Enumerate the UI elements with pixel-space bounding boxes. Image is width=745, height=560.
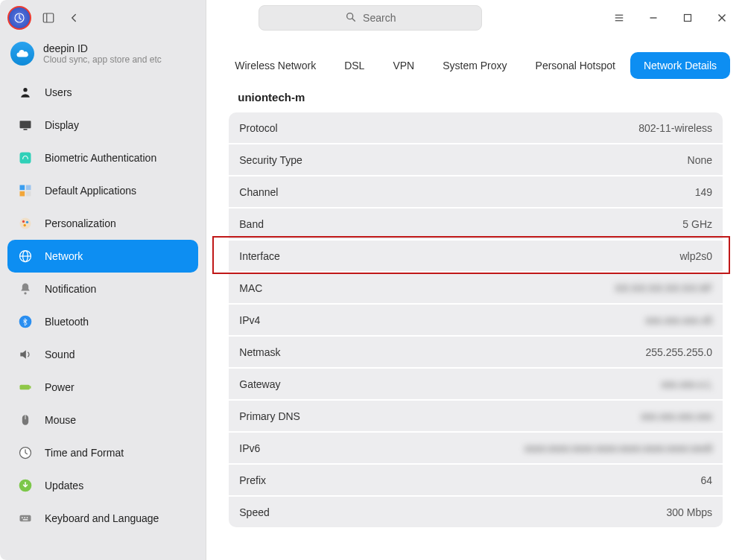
fingerprint-icon: [16, 149, 34, 167]
sidebar-item-label: Biometric Authentication: [45, 152, 156, 164]
tab-label: Wireless Network: [235, 60, 316, 71]
tab-network-details[interactable]: Network Details: [630, 52, 730, 79]
mouse-icon: [16, 411, 34, 429]
section-title: uniontech-m: [229, 89, 723, 112]
detail-label: Channel: [239, 186, 278, 198]
detail-value: xxxx:xxxx:xxxx:xxxx:xxxx:xxxx:xxxx:xxx9: [524, 442, 712, 454]
svg-rect-30: [23, 519, 28, 520]
detail-row: Gatewayxxx.xxx.x.L: [229, 369, 723, 399]
sidebar-item-keyboard[interactable]: Keyboard and Language: [7, 502, 198, 535]
back-icon[interactable]: [66, 10, 82, 26]
main-panel: Search Wireless Network DSL VPN System P…: [206, 0, 745, 560]
sidebar-item-time[interactable]: Time and Format: [7, 436, 198, 469]
account-row[interactable]: deepin ID Cloud sync, app store and etc: [0, 36, 206, 71]
maximize-button[interactable]: [675, 5, 700, 31]
svg-rect-4: [20, 121, 31, 128]
sidebar-item-label: Personalization: [45, 217, 116, 229]
svg-point-13: [26, 221, 28, 223]
svg-rect-7: [20, 185, 25, 191]
sidebar-item-personalization[interactable]: Personalization: [7, 207, 198, 240]
tab-dsl[interactable]: DSL: [331, 52, 378, 79]
tab-label: DSL: [344, 60, 364, 71]
svg-point-3: [23, 88, 27, 92]
sidebar-item-label: Power: [45, 381, 74, 393]
speaker-icon: [16, 346, 34, 363]
sidebar-item-notification[interactable]: Notification: [7, 273, 198, 305]
network-icon: [16, 247, 34, 265]
sidebar-item-default-apps[interactable]: Default Applications: [7, 174, 198, 207]
sidebar-item-label: Default Applications: [45, 185, 136, 197]
sidebar-item-label: Display: [45, 119, 79, 131]
search-placeholder: Search: [363, 12, 396, 24]
tab-system-proxy[interactable]: System Proxy: [429, 52, 520, 79]
tab-wireless[interactable]: Wireless Network: [221, 52, 329, 79]
svg-rect-5: [24, 129, 28, 130]
bell-icon: [16, 280, 34, 298]
sidebar-item-updates[interactable]: Updates: [7, 469, 198, 502]
user-icon: [16, 83, 34, 101]
clock-icon: [16, 444, 34, 462]
minimize-button[interactable]: [641, 5, 666, 31]
sidebar-item-label: Updates: [45, 480, 83, 491]
menu-button[interactable]: [606, 5, 632, 31]
detail-label: Protocol: [239, 122, 277, 134]
detail-row: Channel149: [229, 176, 723, 207]
apps-icon: [16, 182, 34, 200]
sidebar-item-users[interactable]: Users: [7, 76, 198, 109]
sidebar-item-bluetooth[interactable]: Bluetooth: [7, 305, 198, 338]
svg-point-28: [24, 517, 25, 518]
svg-point-11: [20, 218, 31, 229]
sidebar-item-mouse[interactable]: Mouse: [7, 404, 198, 436]
detail-row: Interfacewlp2s0: [229, 241, 723, 271]
maximize-icon: [681, 11, 694, 25]
nav-list: Users Display Biometric Authentication D…: [0, 71, 206, 560]
tab-label: Network Details: [644, 60, 717, 71]
sidebar-item-network[interactable]: Network: [7, 240, 198, 273]
svg-rect-10: [26, 191, 31, 197]
detail-value: xxx.xxx.xxx.x5: [646, 314, 712, 326]
tab-label: System Proxy: [443, 60, 507, 71]
detail-value: xxx.xxx.x.L: [662, 378, 712, 390]
detail-row: Primary DNSxxx.xxx.xxx.xxx: [229, 401, 723, 431]
sidebar-item-power[interactable]: Power: [7, 371, 198, 404]
paint-icon: [16, 214, 34, 232]
search-input[interactable]: Search: [259, 5, 482, 31]
detail-label: Prefix: [239, 474, 266, 486]
tab-personal-hotspot[interactable]: Personal Hotspot: [522, 52, 629, 79]
app-logo-icon: [7, 6, 31, 30]
detail-label: Security Type: [239, 154, 302, 166]
detail-label: Gateway: [239, 378, 280, 390]
detail-row: IPv6xxxx:xxxx:xxxx:xxxx:xxxx:xxxx:xxxx:x…: [229, 433, 723, 463]
detail-rows: Protocol802-11-wirelessSecurity TypeNone…: [229, 112, 723, 527]
detail-value: 300 Mbps: [667, 506, 712, 518]
svg-rect-26: [20, 515, 31, 521]
svg-point-27: [22, 517, 23, 518]
svg-rect-6: [20, 153, 31, 164]
svg-rect-8: [26, 185, 31, 191]
sidebar-item-biometric[interactable]: Biometric Authentication: [7, 141, 198, 174]
search-icon: [345, 11, 357, 25]
svg-rect-9: [20, 191, 25, 197]
sidebar-item-label: Keyboard and Language: [45, 512, 159, 524]
svg-rect-20: [20, 385, 30, 390]
minimize-icon: [647, 11, 660, 25]
sidebar-toggle-icon[interactable]: [40, 10, 57, 26]
content: uniontech-m Protocol802-11-wirelessSecur…: [206, 79, 745, 560]
detail-row: Prefix64: [229, 465, 723, 495]
detail-row: MACXX:XX:XX:XX:XX:XF: [229, 273, 723, 303]
sidebar-item-sound[interactable]: Sound: [7, 338, 198, 371]
svg-rect-37: [685, 15, 691, 22]
account-text: deepin ID Cloud sync, app store and etc: [43, 42, 162, 65]
tab-vpn[interactable]: VPN: [379, 52, 428, 79]
sidebar-item-label: Notification: [45, 283, 96, 295]
detail-label: Speed: [239, 506, 269, 518]
detail-value: 5 GHz: [682, 218, 712, 230]
sidebar-item-label: Mouse: [45, 414, 76, 426]
sidebar-item-label: Time and Format: [45, 447, 124, 459]
detail-label: Band: [239, 218, 264, 230]
close-button[interactable]: [709, 5, 735, 31]
svg-point-31: [347, 13, 353, 19]
svg-point-29: [27, 517, 28, 518]
sidebar-item-display[interactable]: Display: [7, 109, 198, 141]
detail-label: Netmask: [239, 346, 280, 358]
